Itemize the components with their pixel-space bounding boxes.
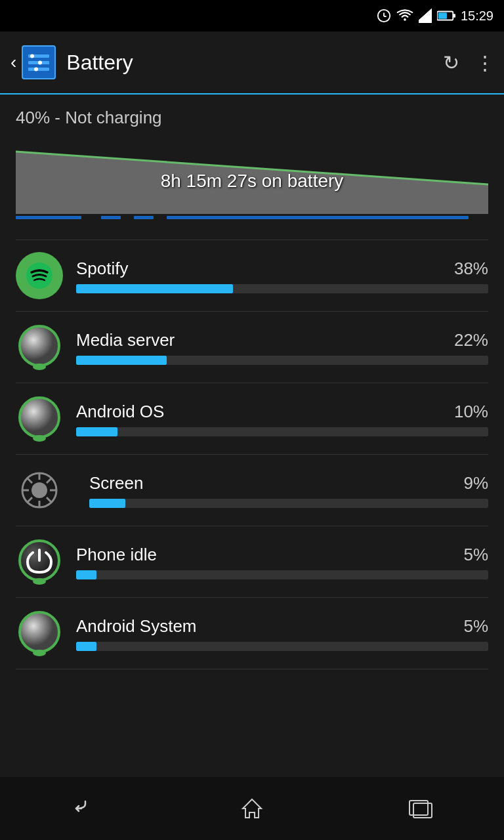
svg-point-12 <box>38 61 42 65</box>
svg-line-36 <box>47 497 51 502</box>
spotify-icon <box>16 252 63 299</box>
app-info: Screen 9% <box>89 473 488 508</box>
progress-bar-bg <box>76 427 488 436</box>
signal-icon <box>419 9 432 23</box>
app-name: Screen <box>89 473 143 494</box>
screen-icon <box>16 467 63 514</box>
svg-line-37 <box>47 478 51 483</box>
app-percent: 22% <box>454 330 488 350</box>
home-nav-button[interactable] <box>226 789 278 828</box>
app-bar-icon <box>22 45 56 79</box>
svg-marker-47 <box>243 799 261 818</box>
list-item[interactable]: Phone idle 5% <box>16 526 488 598</box>
progress-bar-fill <box>76 570 96 579</box>
battery-status-text: 40% - Not charging <box>16 108 488 128</box>
app-info: Android OS 10% <box>76 402 488 436</box>
status-bar: 15:29 <box>0 0 504 32</box>
app-name: Phone idle <box>76 545 157 565</box>
svg-rect-46 <box>35 650 43 654</box>
nav-bar <box>0 777 504 840</box>
battery-icon <box>437 10 455 22</box>
progress-bar-fill <box>76 642 96 651</box>
app-bar: ‹ Battery ↻ ⋮ <box>0 32 504 94</box>
app-name: Media server <box>76 330 175 350</box>
app-percent: 10% <box>454 402 488 422</box>
progress-bar-fill <box>76 284 233 293</box>
more-button[interactable]: ⋮ <box>475 51 494 74</box>
svg-rect-18 <box>134 216 154 219</box>
content: 40% - Not charging 8h 15m 27s on battery <box>0 94 504 669</box>
app-name-row: Android OS 10% <box>76 402 488 422</box>
list-item[interactable]: Spotify 38% <box>16 240 488 312</box>
app-bar-actions: ↻ ⋮ <box>443 51 494 74</box>
recents-nav-button[interactable] <box>394 789 446 828</box>
svg-line-35 <box>28 478 32 483</box>
progress-bar-fill <box>76 356 167 365</box>
progress-bar-bg <box>76 642 488 651</box>
clock-icon <box>377 9 391 23</box>
app-percent: 5% <box>463 616 488 637</box>
list-item[interactable]: Android System 5% <box>16 598 488 669</box>
svg-rect-8 <box>438 12 447 18</box>
metal-icon <box>16 324 63 371</box>
back-button[interactable]: ‹ <box>10 52 16 73</box>
back-nav-button[interactable] <box>58 789 110 828</box>
metal-icon <box>16 395 63 442</box>
svg-rect-13 <box>28 68 49 71</box>
app-name: Android OS <box>76 402 164 422</box>
status-time: 15:29 <box>461 9 494 24</box>
progress-bar-bg <box>89 499 488 508</box>
app-name-row: Spotify 38% <box>76 259 488 279</box>
refresh-button[interactable]: ↻ <box>443 51 459 74</box>
svg-point-14 <box>34 68 38 72</box>
app-name: Spotify <box>76 259 129 279</box>
svg-point-3 <box>404 18 406 20</box>
progress-bar-bg <box>76 570 488 579</box>
app-info: Spotify 38% <box>76 259 488 293</box>
battery-graph: 8h 15m 27s on battery <box>16 138 488 224</box>
progress-bar-fill <box>89 499 125 508</box>
app-name-row: Phone idle 5% <box>76 545 488 565</box>
list-item[interactable]: Screen 9% <box>16 455 488 526</box>
app-name-row: Media server 22% <box>76 330 488 350</box>
app-list: Spotify 38% <box>16 240 488 669</box>
svg-point-30 <box>32 482 47 498</box>
svg-point-10 <box>30 54 34 58</box>
status-icons: 15:29 <box>377 9 494 24</box>
progress-bar-bg <box>76 284 488 293</box>
wifi-icon <box>396 9 413 23</box>
svg-rect-42 <box>35 579 43 583</box>
app-percent: 9% <box>463 473 488 494</box>
progress-bar-bg <box>76 356 488 365</box>
app-name-row: Screen 9% <box>89 473 488 494</box>
progress-bar-fill <box>76 427 117 436</box>
app-percent: 38% <box>454 259 488 279</box>
list-item[interactable]: Android OS 10% <box>16 383 488 455</box>
svg-rect-16 <box>16 216 81 219</box>
svg-rect-19 <box>167 216 469 219</box>
app-bar-title: Battery <box>66 51 443 75</box>
app-info: Media server 22% <box>76 330 488 365</box>
metal-icon <box>16 610 63 657</box>
app-percent: 5% <box>463 545 488 565</box>
power-icon <box>16 538 63 585</box>
svg-rect-28 <box>35 436 43 440</box>
list-item[interactable]: Media server 22% <box>16 312 488 383</box>
app-info: Android System 5% <box>76 616 488 651</box>
svg-rect-7 <box>453 14 455 18</box>
svg-rect-24 <box>35 364 43 368</box>
app-info: Phone idle 5% <box>76 545 488 579</box>
app-name: Android System <box>76 616 197 637</box>
svg-line-38 <box>28 497 32 502</box>
graph-time-label: 8h 15m 27s on battery <box>161 171 344 192</box>
svg-rect-17 <box>101 216 121 219</box>
app-name-row: Android System 5% <box>76 616 488 637</box>
